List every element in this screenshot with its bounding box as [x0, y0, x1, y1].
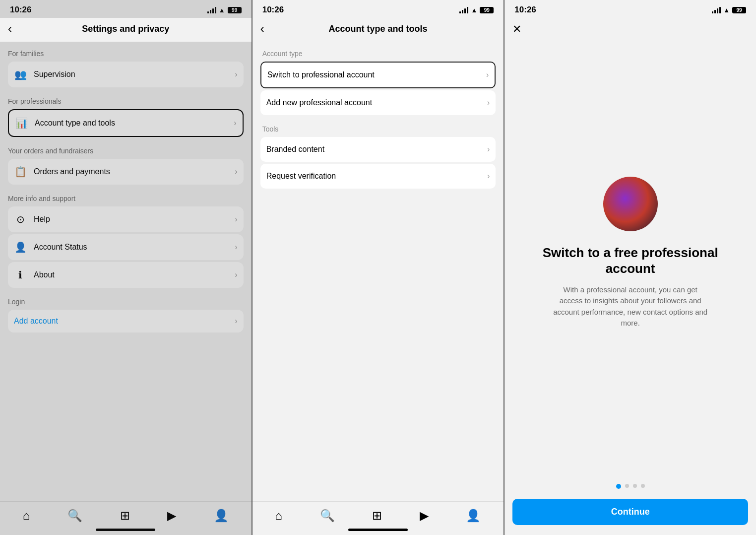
status-bar-3: 10:26 ▲ 99 — [504, 0, 756, 18]
list-item-branded[interactable]: Branded content › — [260, 137, 496, 162]
section-label-support: More info and support — [8, 187, 244, 206]
account-tools-icon: 📊 — [15, 117, 28, 129]
dot-2 — [625, 484, 629, 488]
switch-professional-label: Switch to professional account — [267, 70, 486, 79]
help-icon: ⊙ — [14, 213, 27, 225]
orders-icon: 📋 — [14, 166, 27, 178]
add-account-chevron: › — [235, 317, 237, 326]
time-1: 10:26 — [10, 5, 31, 15]
create-icon[interactable]: ⊞ — [115, 507, 135, 525]
settings-list: For families 👥 Supervision › For profess… — [0, 42, 252, 501]
reels-icon[interactable]: ▶ — [162, 507, 181, 525]
verification-label: Request verification — [266, 172, 487, 181]
section-label-families: For families — [8, 42, 244, 62]
verification-chevron: › — [487, 172, 490, 181]
wifi-icon: ▲ — [219, 6, 225, 14]
top-nav-1: ‹ Settings and privacy — [0, 18, 252, 42]
account-status-icon: 👤 — [14, 241, 27, 253]
section-account-type: Account type — [260, 42, 496, 62]
battery-icon-2: 99 — [480, 7, 494, 13]
screen1-title: Settings and privacy — [18, 24, 234, 34]
screen3-nav: ✕ — [504, 18, 756, 36]
signal-icon — [207, 7, 216, 13]
menu-item-account-status[interactable]: 👤 Account Status › — [8, 234, 244, 260]
add-account-label: Add account — [14, 317, 235, 326]
help-chevron: › — [235, 215, 237, 224]
reels-icon-2[interactable]: ▶ — [415, 507, 434, 525]
home-indicator-1 — [96, 529, 155, 531]
home-icon[interactable]: ⌂ — [18, 507, 35, 525]
bottom-nav-2: ⌂ 🔍 ⊞ ▶ 👤 — [252, 501, 504, 527]
screen3-main: Switch to a free professional account Wi… — [504, 36, 756, 470]
menu-item-about[interactable]: ℹ About › — [8, 262, 244, 288]
wifi-icon-2: ▲ — [471, 6, 477, 14]
bottom-nav-1: ⌂ 🔍 ⊞ ▶ 👤 — [0, 501, 252, 527]
status-icons-2: ▲ 99 — [459, 6, 494, 14]
screen3: 10:26 ▲ 99 ✕ Switch to a free profession… — [504, 0, 756, 535]
time-3: 10:26 — [514, 5, 536, 15]
search-icon-2[interactable]: 🔍 — [315, 507, 340, 525]
switch-professional-chevron: › — [486, 70, 489, 79]
section-label-professionals: For professionals — [8, 89, 244, 109]
create-icon-2[interactable]: ⊞ — [367, 507, 387, 525]
supervision-chevron: › — [235, 70, 237, 79]
screen2: 10:26 ▲ 99 ‹ Account type and tools Acco… — [252, 0, 504, 535]
dot-4 — [641, 484, 645, 488]
profile-avatar — [603, 177, 658, 231]
menu-item-supervision[interactable]: 👥 Supervision › — [8, 62, 244, 87]
back-button-2[interactable]: ‹ — [260, 22, 264, 36]
continue-button[interactable]: Continue — [512, 499, 748, 525]
add-professional-label: Add new professional account — [266, 98, 487, 107]
section-label-orders: Your orders and fundraisers — [8, 139, 244, 159]
dot-1 — [616, 484, 621, 489]
orders-chevron: › — [235, 167, 237, 176]
menu-item-account-tools[interactable]: 📊 Account type and tools › — [8, 109, 244, 137]
signal-icon-2 — [459, 7, 468, 13]
status-bar-2: 10:26 ▲ 99 — [252, 0, 504, 18]
status-icons-1: ▲ 99 — [207, 6, 242, 14]
menu-item-orders[interactable]: 📋 Orders and payments › — [8, 159, 244, 185]
status-bar-1: 10:26 ▲ 99 — [0, 0, 252, 18]
pagination-dots — [504, 484, 756, 489]
section-tools: Tools — [260, 117, 496, 137]
add-professional-chevron: › — [487, 98, 490, 107]
profile-icon[interactable]: 👤 — [209, 507, 234, 525]
list-item-switch-professional[interactable]: Switch to professional account › — [260, 62, 496, 88]
account-type-list: Account type Switch to professional acco… — [252, 42, 504, 501]
menu-item-help[interactable]: ⊙ Help › — [8, 206, 244, 232]
home-indicator-2 — [348, 529, 408, 531]
screen1: 10:26 ▲ 99 ‹ Settings and privacy For fa… — [0, 0, 252, 535]
signal-icon-3 — [712, 7, 721, 13]
about-chevron: › — [235, 270, 237, 279]
back-button-1[interactable]: ‹ — [8, 22, 12, 36]
orders-label: Orders and payments — [34, 167, 235, 176]
battery-icon-3: 99 — [732, 7, 746, 13]
list-item-add-professional[interactable]: Add new professional account › — [260, 90, 496, 115]
battery-icon: 99 — [228, 7, 242, 13]
section-label-login: Login — [8, 290, 244, 310]
account-status-chevron: › — [235, 243, 237, 252]
status-icons-3: ▲ 99 — [712, 6, 746, 14]
profile-icon-2[interactable]: 👤 — [461, 507, 486, 525]
account-tools-label: Account type and tools — [35, 119, 234, 128]
help-label: Help — [34, 215, 235, 224]
switch-description: With a professional account, you can get… — [551, 284, 710, 329]
about-icon: ℹ — [14, 269, 27, 281]
account-tools-chevron: › — [234, 119, 236, 128]
list-item-verification[interactable]: Request verification › — [260, 164, 496, 189]
home-icon-2[interactable]: ⌂ — [270, 507, 287, 525]
branded-chevron: › — [487, 145, 490, 154]
branded-content-label: Branded content — [266, 145, 487, 154]
wifi-icon-3: ▲ — [723, 6, 730, 14]
account-status-label: Account Status — [34, 243, 235, 252]
dot-3 — [633, 484, 637, 488]
switch-title: Switch to a free professional account — [519, 245, 741, 276]
menu-item-add-account[interactable]: Add account › — [8, 310, 244, 333]
top-nav-2: ‹ Account type and tools — [252, 18, 504, 42]
screen2-title: Account type and tools — [270, 24, 486, 34]
search-icon[interactable]: 🔍 — [63, 507, 87, 525]
supervision-icon: 👥 — [14, 68, 27, 80]
supervision-label: Supervision — [34, 70, 235, 79]
about-label: About — [34, 270, 235, 279]
close-button[interactable]: ✕ — [512, 23, 521, 35]
